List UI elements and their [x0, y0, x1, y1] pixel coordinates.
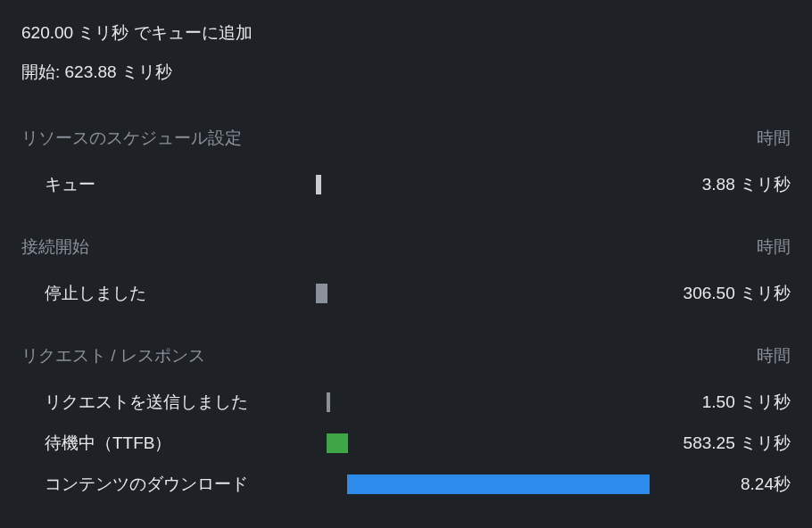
bar-area [316, 433, 630, 454]
bar-area [316, 392, 630, 413]
queue-bar [316, 175, 321, 194]
row-download-label: コンテンツのダウンロード [45, 473, 316, 496]
section-request-response-title: リクエスト / レスポンス [21, 344, 205, 367]
row-stalled: 停止しました 306.50 ミリ秒 [21, 273, 791, 314]
started-at-text: 開始: 623.88 ミリ秒 [21, 61, 791, 84]
row-queue-value: 3.88 ミリ秒 [630, 173, 791, 196]
section-scheduling: リソースのスケジュール設定 時間 キュー 3.88 ミリ秒 [21, 127, 791, 205]
col-time-label: 時間 [757, 344, 791, 367]
section-connection: 接続開始 時間 停止しました 306.50 ミリ秒 [21, 235, 791, 314]
col-time-label: 時間 [757, 127, 791, 150]
row-ttfb: 待機中（TTFB） 583.25 ミリ秒 [21, 423, 791, 464]
row-request-sent: リクエストを送信しました 1.50 ミリ秒 [21, 382, 791, 423]
col-time-label: 時間 [757, 235, 791, 259]
bar-area [316, 474, 630, 495]
row-ttfb-label: 待機中（TTFB） [45, 432, 316, 455]
section-connection-title: 接続開始 [21, 235, 89, 259]
download-bar [347, 474, 650, 494]
row-download: コンテンツのダウンロード 8.24秒 [21, 464, 791, 505]
row-queue-label: キュー [45, 173, 316, 196]
row-download-value: 8.24秒 [630, 473, 791, 496]
stalled-bar [316, 284, 327, 303]
bar-area [316, 283, 630, 304]
section-request-response: リクエスト / レスポンス 時間 リクエストを送信しました 1.50 ミリ秒 待… [21, 344, 791, 505]
row-request-sent-label: リクエストを送信しました [45, 391, 316, 414]
row-request-sent-value: 1.50 ミリ秒 [630, 391, 791, 414]
section-scheduling-title: リソースのスケジュール設定 [21, 127, 242, 150]
row-stalled-value: 306.50 ミリ秒 [630, 282, 791, 305]
row-stalled-label: 停止しました [45, 282, 316, 305]
row-ttfb-value: 583.25 ミリ秒 [630, 432, 791, 455]
bar-area [316, 174, 630, 195]
request-sent-bar [327, 392, 330, 412]
row-queue: キュー 3.88 ミリ秒 [21, 164, 791, 205]
ttfb-bar [327, 433, 348, 453]
queued-at-text: 620.00 ミリ秒 でキューに追加 [21, 21, 791, 45]
